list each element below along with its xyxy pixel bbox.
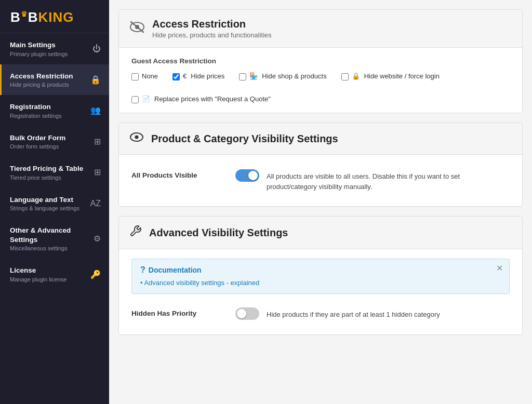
advanced-visibility-title: Advanced Visibility Settings <box>149 227 288 239</box>
option-label-hide-prices: Hide prices <box>191 72 224 80</box>
logo-king: KING <box>38 9 74 25</box>
sidebar-item-sub-language-text: Strings & language settings <box>10 205 86 211</box>
logo: B♛BKING <box>0 0 109 33</box>
documentation-box: ? Documentation Advanced visibility sett… <box>131 259 510 294</box>
hidden-priority-desc: Hide products if they are part of at lea… <box>267 307 440 320</box>
page-title: Access Restriction <box>152 18 272 30</box>
product-visibility-header-text: Product & Category Visibility Settings <box>151 133 338 145</box>
sidebar-item-license[interactable]: License Manage plugin license 🔑 <box>0 259 109 290</box>
checkbox-none[interactable] <box>131 73 139 80</box>
sidebar-item-sub-other-advanced: Miscellaneous settings <box>10 245 89 251</box>
sidebar-icon-other-advanced: ⚙ <box>94 234 101 244</box>
hidden-priority-label: Hidden Has Priority <box>131 307 235 317</box>
sidebar-item-main-settings[interactable]: Main Settings Primary plugin settings ⏻ <box>0 33 109 64</box>
card-header-text: Access Restriction Hide prices, products… <box>152 18 272 39</box>
page-subtitle: Hide prices, products and functionalitie… <box>152 31 272 39</box>
advanced-visibility-header-text: Advanced Visibility Settings <box>149 227 288 239</box>
all-products-visible-row: All Products Visible All products are vi… <box>131 164 510 197</box>
logo-b2b: B <box>10 9 21 25</box>
sidebar-item-text-registration: Registration Registration settings <box>10 102 86 119</box>
hidden-priority-wrap: Hide products if they are part of at lea… <box>235 307 440 320</box>
toggle-track-hidden[interactable] <box>235 307 259 320</box>
doc-box-title: ? Documentation <box>140 265 501 275</box>
checkbox-replace-prices[interactable] <box>131 96 139 103</box>
sidebar-item-text-access-restriction: Access Restriction Hide pricing & produc… <box>10 72 86 88</box>
sidebar-item-sub-main-settings: Primary plugin settings <box>10 51 88 57</box>
sidebar-icon-bulk-order-form: ⊞ <box>94 137 101 146</box>
sidebar-item-sub-access-restriction: Hide pricing & products <box>10 82 86 88</box>
all-products-toggle[interactable] <box>235 169 259 182</box>
sidebar: B♛BKING Main Settings Primary plugin set… <box>0 0 109 404</box>
sidebar-item-tiered-pricing[interactable]: Tiered Pricing & Table Tiered price sett… <box>0 157 109 188</box>
toggle-thumb-hidden <box>237 309 246 318</box>
toggle-thumb-products <box>248 171 258 180</box>
restriction-options: None € Hide prices 🏪 Hide shop & product… <box>131 72 510 103</box>
sidebar-item-other-advanced[interactable]: Other & Advanced Settings Miscellaneous … <box>0 219 109 259</box>
sidebar-item-text-other-advanced: Other & Advanced Settings Miscellaneous … <box>10 226 89 251</box>
sidebar-item-text-main-settings: Main Settings Primary plugin settings <box>10 41 88 57</box>
sidebar-item-text-license: License Manage plugin license <box>10 266 86 282</box>
sidebar-item-title-bulk-order-form: Bulk Order Form <box>10 133 90 143</box>
sidebar-icon-main-settings: ⏻ <box>92 44 101 53</box>
advanced-visibility-body: ? Documentation Advanced visibility sett… <box>119 249 522 334</box>
sidebar-item-title-language-text: Language and Text <box>10 195 86 205</box>
option-icon-hide-shop-products: 🏪 <box>249 72 258 80</box>
sidebar-icon-tiered-pricing: ⊞ <box>94 167 101 177</box>
checkbox-hide-shop-products[interactable] <box>239 73 246 80</box>
all-products-visible-desc: All products are visible to all users. D… <box>267 169 510 192</box>
access-restriction-icon <box>129 20 145 37</box>
restriction-option-none[interactable]: None <box>131 72 158 80</box>
restriction-option-hide-prices[interactable]: € Hide prices <box>172 72 224 80</box>
toggle-track-products[interactable] <box>235 169 259 182</box>
advanced-visibility-link[interactable]: Advanced visibility settings - explained <box>140 279 259 287</box>
sidebar-item-title-other-advanced: Other & Advanced Settings <box>10 226 89 244</box>
sidebar-item-sub-license: Manage plugin license <box>10 276 86 282</box>
sidebar-item-text-bulk-order-form: Bulk Order Form Order form settings <box>10 133 90 150</box>
logo-b: B <box>28 9 38 25</box>
access-restriction-header-card: Access Restriction Hide prices, products… <box>118 9 523 113</box>
sidebar-icon-license: 🔑 <box>90 270 101 279</box>
main-content: Access Restriction Hide prices, products… <box>109 0 532 404</box>
doc-close-button[interactable]: ✕ <box>496 264 503 273</box>
doc-title-text: Documentation <box>149 266 202 274</box>
svg-point-4 <box>135 136 139 139</box>
hidden-priority-row: Hidden Has Priority Hide products if the… <box>131 302 510 325</box>
option-label-none: None <box>142 72 158 80</box>
sidebar-icon-language-text: AZ <box>90 199 101 208</box>
sidebar-item-title-main-settings: Main Settings <box>10 41 88 50</box>
sidebar-item-registration[interactable]: Registration Registration settings 👥 <box>0 95 109 126</box>
advanced-visibility-card: Advanced Visibility Settings ? Documenta… <box>118 216 523 335</box>
logo-crown: ♛ <box>21 10 28 18</box>
option-label-hide-website: Hide website / force login <box>364 72 440 80</box>
product-visibility-card: Product & Category Visibility Settings A… <box>118 123 523 207</box>
sidebar-item-text-language-text: Language and Text Strings & language set… <box>10 195 86 212</box>
wrench-icon <box>129 225 142 240</box>
sidebar-item-title-license: License <box>10 266 86 275</box>
sidebar-item-language-text[interactable]: Language and Text Strings & language set… <box>0 188 109 219</box>
checkbox-hide-prices[interactable] <box>172 73 180 80</box>
restriction-option-replace-prices[interactable]: 📄 Replace prices with "Request a Quote" <box>131 95 271 103</box>
restriction-option-hide-website[interactable]: 🔒 Hide website / force login <box>341 72 440 80</box>
hidden-priority-toggle[interactable] <box>235 307 259 320</box>
sidebar-item-sub-registration: Registration settings <box>10 113 86 119</box>
sidebar-item-title-access-restriction: Access Restriction <box>10 72 86 81</box>
sidebar-item-sub-tiered-pricing: Tiered price settings <box>10 174 90 181</box>
sidebar-item-access-restriction[interactable]: Access Restriction Hide pricing & produc… <box>0 64 109 96</box>
restriction-option-hide-shop-products[interactable]: 🏪 Hide shop & products <box>239 72 326 80</box>
all-products-visible-label: All Products Visible <box>131 169 235 179</box>
advanced-visibility-header: Advanced Visibility Settings <box>119 217 522 249</box>
sidebar-item-bulk-order-form[interactable]: Bulk Order Form Order form settings ⊞ <box>0 126 109 157</box>
checkbox-hide-website[interactable] <box>341 73 349 80</box>
option-icon-hide-prices: € <box>183 72 187 80</box>
toggle-wrap: All products are visible to all users. D… <box>235 169 510 192</box>
product-visibility-header: Product & Category Visibility Settings <box>119 123 522 155</box>
sidebar-item-title-registration: Registration <box>10 102 86 112</box>
eye-icon <box>129 131 144 146</box>
card-header: Access Restriction Hide prices, products… <box>119 10 522 48</box>
product-visibility-title: Product & Category Visibility Settings <box>151 133 338 145</box>
guest-access-body: Guest Access Restriction None € Hide pri… <box>119 48 522 113</box>
question-icon: ? <box>140 265 145 275</box>
product-visibility-body: All Products Visible All products are vi… <box>119 155 522 206</box>
option-icon-hide-website: 🔒 <box>352 72 360 80</box>
option-label-hide-shop-products: Hide shop & products <box>262 72 326 80</box>
